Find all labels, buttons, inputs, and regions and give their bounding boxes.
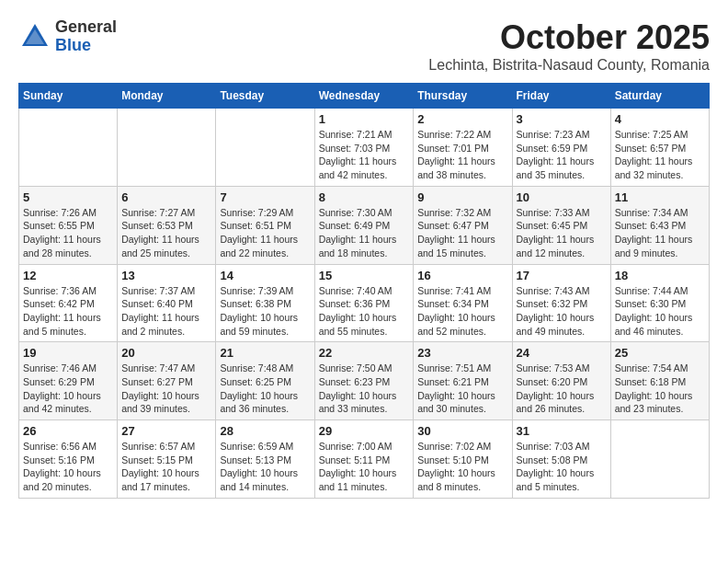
calendar-day-10: 10Sunrise: 7:33 AM Sunset: 6:45 PM Dayli… (512, 186, 610, 264)
calendar-day-6: 6Sunrise: 7:27 AM Sunset: 6:53 PM Daylig… (118, 186, 216, 264)
day-number: 4 (615, 112, 705, 126)
day-info: Sunrise: 7:40 AM Sunset: 6:36 PM Dayligh… (319, 284, 410, 339)
day-number: 31 (517, 424, 607, 438)
day-number: 18 (615, 269, 705, 282)
calendar-empty-cell (118, 109, 216, 187)
day-number: 6 (121, 190, 211, 204)
calendar-empty-cell (216, 109, 314, 187)
day-number: 28 (220, 424, 310, 438)
calendar-day-2: 2Sunrise: 7:22 AM Sunset: 7:01 PM Daylig… (414, 109, 512, 187)
day-number: 19 (23, 346, 113, 360)
day-number: 24 (517, 346, 607, 360)
day-info: Sunrise: 6:57 AM Sunset: 5:15 PM Dayligh… (121, 440, 211, 494)
day-info: Sunrise: 7:00 AM Sunset: 5:11 PM Dayligh… (319, 440, 410, 494)
calendar-day-12: 12Sunrise: 7:36 AM Sunset: 6:42 PM Dayli… (19, 264, 118, 342)
weekday-header-thursday: Thursday (414, 84, 512, 109)
calendar-empty-cell (19, 109, 118, 187)
calendar-day-1: 1Sunrise: 7:21 AM Sunset: 7:03 PM Daylig… (314, 109, 414, 187)
day-info: Sunrise: 7:41 AM Sunset: 6:34 PM Dayligh… (417, 284, 507, 339)
weekday-header-wednesday: Wednesday (314, 84, 414, 109)
day-number: 17 (517, 269, 607, 282)
day-info: Sunrise: 7:30 AM Sunset: 6:49 PM Dayligh… (319, 206, 410, 260)
day-info: Sunrise: 7:26 AM Sunset: 6:55 PM Dayligh… (23, 206, 113, 260)
day-number: 21 (220, 346, 310, 360)
page-header: General Blue October 2025 Lechinta, Bist… (18, 18, 710, 74)
day-number: 12 (23, 269, 113, 282)
logo: General Blue (18, 18, 117, 55)
day-info: Sunrise: 7:25 AM Sunset: 6:57 PM Dayligh… (615, 128, 705, 182)
calendar-day-7: 7Sunrise: 7:29 AM Sunset: 6:51 PM Daylig… (216, 186, 314, 264)
day-number: 10 (517, 190, 607, 204)
calendar-day-5: 5Sunrise: 7:26 AM Sunset: 6:55 PM Daylig… (19, 186, 118, 264)
calendar-day-27: 27Sunrise: 6:57 AM Sunset: 5:15 PM Dayli… (118, 420, 216, 499)
logo-general-text: General (55, 18, 117, 37)
day-info: Sunrise: 7:37 AM Sunset: 6:40 PM Dayligh… (121, 284, 211, 339)
calendar-day-26: 26Sunrise: 6:56 AM Sunset: 5:16 PM Dayli… (19, 420, 118, 499)
calendar-day-25: 25Sunrise: 7:54 AM Sunset: 6:18 PM Dayli… (610, 342, 709, 420)
day-number: 14 (220, 269, 310, 282)
day-info: Sunrise: 7:03 AM Sunset: 5:08 PM Dayligh… (517, 440, 607, 494)
day-number: 23 (417, 346, 507, 360)
day-info: Sunrise: 7:22 AM Sunset: 7:01 PM Dayligh… (417, 128, 507, 182)
day-info: Sunrise: 7:29 AM Sunset: 6:51 PM Dayligh… (220, 206, 310, 260)
weekday-header-row: SundayMondayTuesdayWednesdayThursdayFrid… (19, 84, 710, 109)
month-title: October 2025 (428, 18, 710, 57)
weekday-header-sunday: Sunday (19, 84, 118, 109)
day-number: 1 (319, 112, 410, 126)
day-number: 8 (319, 190, 410, 204)
day-number: 27 (121, 424, 211, 438)
day-number: 9 (417, 190, 507, 204)
day-info: Sunrise: 7:23 AM Sunset: 6:59 PM Dayligh… (517, 128, 607, 182)
calendar-day-15: 15Sunrise: 7:40 AM Sunset: 6:36 PM Dayli… (314, 264, 414, 342)
day-number: 29 (319, 424, 410, 438)
day-info: Sunrise: 7:44 AM Sunset: 6:30 PM Dayligh… (615, 284, 705, 339)
day-info: Sunrise: 7:50 AM Sunset: 6:23 PM Dayligh… (319, 362, 410, 416)
calendar-day-31: 31Sunrise: 7:03 AM Sunset: 5:08 PM Dayli… (512, 420, 610, 499)
day-number: 3 (517, 112, 607, 126)
day-info: Sunrise: 7:47 AM Sunset: 6:27 PM Dayligh… (121, 362, 211, 416)
weekday-header-saturday: Saturday (610, 84, 709, 109)
calendar-day-22: 22Sunrise: 7:50 AM Sunset: 6:23 PM Dayli… (314, 342, 414, 420)
calendar-day-13: 13Sunrise: 7:37 AM Sunset: 6:40 PM Dayli… (118, 264, 216, 342)
calendar-day-3: 3Sunrise: 7:23 AM Sunset: 6:59 PM Daylig… (512, 109, 610, 187)
day-number: 15 (319, 269, 410, 282)
day-info: Sunrise: 7:48 AM Sunset: 6:25 PM Dayligh… (220, 362, 310, 416)
calendar-day-28: 28Sunrise: 6:59 AM Sunset: 5:13 PM Dayli… (216, 420, 314, 499)
weekday-header-tuesday: Tuesday (216, 84, 314, 109)
calendar-week-row: 19Sunrise: 7:46 AM Sunset: 6:29 PM Dayli… (19, 342, 710, 420)
day-number: 22 (319, 346, 410, 360)
calendar-week-row: 12Sunrise: 7:36 AM Sunset: 6:42 PM Dayli… (19, 264, 710, 342)
day-info: Sunrise: 6:59 AM Sunset: 5:13 PM Dayligh… (220, 440, 310, 494)
day-info: Sunrise: 7:53 AM Sunset: 6:20 PM Dayligh… (517, 362, 607, 416)
day-number: 25 (615, 346, 705, 360)
calendar-day-8: 8Sunrise: 7:30 AM Sunset: 6:49 PM Daylig… (314, 186, 414, 264)
calendar-day-21: 21Sunrise: 7:48 AM Sunset: 6:25 PM Dayli… (216, 342, 314, 420)
calendar-empty-cell (610, 420, 709, 499)
day-number: 16 (417, 269, 507, 282)
calendar-day-23: 23Sunrise: 7:51 AM Sunset: 6:21 PM Dayli… (414, 342, 512, 420)
day-info: Sunrise: 7:32 AM Sunset: 6:47 PM Dayligh… (417, 206, 507, 260)
calendar-day-9: 9Sunrise: 7:32 AM Sunset: 6:47 PM Daylig… (414, 186, 512, 264)
day-number: 7 (220, 190, 310, 204)
day-info: Sunrise: 7:33 AM Sunset: 6:45 PM Dayligh… (517, 206, 607, 260)
day-info: Sunrise: 7:36 AM Sunset: 6:42 PM Dayligh… (23, 284, 113, 339)
day-info: Sunrise: 7:46 AM Sunset: 6:29 PM Dayligh… (23, 362, 113, 416)
calendar-week-row: 26Sunrise: 6:56 AM Sunset: 5:16 PM Dayli… (19, 420, 710, 499)
day-info: Sunrise: 7:54 AM Sunset: 6:18 PM Dayligh… (615, 362, 705, 416)
calendar-day-14: 14Sunrise: 7:39 AM Sunset: 6:38 PM Dayli… (216, 264, 314, 342)
day-number: 5 (23, 190, 113, 204)
day-info: Sunrise: 7:21 AM Sunset: 7:03 PM Dayligh… (319, 128, 410, 182)
day-number: 26 (23, 424, 113, 438)
calendar-day-4: 4Sunrise: 7:25 AM Sunset: 6:57 PM Daylig… (610, 109, 709, 187)
calendar-day-24: 24Sunrise: 7:53 AM Sunset: 6:20 PM Dayli… (512, 342, 610, 420)
day-number: 11 (615, 190, 705, 204)
day-info: Sunrise: 7:39 AM Sunset: 6:38 PM Dayligh… (220, 284, 310, 339)
calendar-day-20: 20Sunrise: 7:47 AM Sunset: 6:27 PM Dayli… (118, 342, 216, 420)
calendar-day-18: 18Sunrise: 7:44 AM Sunset: 6:30 PM Dayli… (610, 264, 709, 342)
day-info: Sunrise: 7:51 AM Sunset: 6:21 PM Dayligh… (417, 362, 507, 416)
logo-blue-text: Blue (55, 37, 117, 55)
day-number: 13 (121, 269, 211, 282)
calendar-day-11: 11Sunrise: 7:34 AM Sunset: 6:43 PM Dayli… (610, 186, 709, 264)
title-block: October 2025 Lechinta, Bistrita-Nasaud C… (428, 18, 710, 74)
calendar-day-16: 16Sunrise: 7:41 AM Sunset: 6:34 PM Dayli… (414, 264, 512, 342)
